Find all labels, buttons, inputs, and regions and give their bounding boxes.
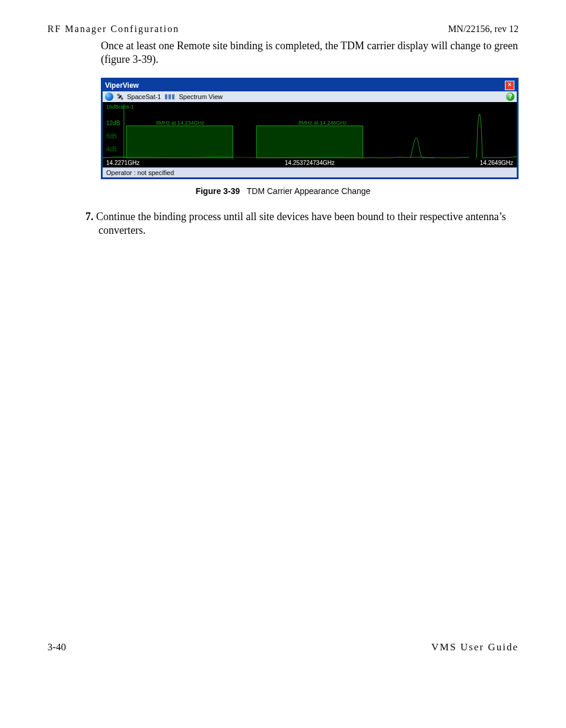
signal-peak-1 [411, 138, 422, 158]
intro-paragraph: Once at least one Remote site binding is… [101, 39, 519, 67]
close-icon[interactable]: × [505, 81, 514, 90]
carrier-1-rect [126, 126, 233, 158]
spectrum-view: 16dBrans-1 12dB 8dB 4dB 8MHz at 14.234GH… [103, 102, 517, 167]
breadcrumb-satellite[interactable]: SpaceSat-1 [127, 93, 161, 100]
carrier-1-label: 8MHz at 14.234GHz [156, 120, 205, 126]
globe-icon[interactable] [105, 93, 113, 101]
freq-center: 14.253724734GHz [285, 160, 335, 166]
help-icon[interactable]: ? [506, 93, 514, 101]
window-title: ViperView [105, 81, 139, 90]
step-number: 7. [85, 211, 94, 222]
y-tick-4db: 4dB [106, 146, 117, 152]
freq-start: 14.2271GHz [106, 160, 139, 166]
viperview-window: ViperView × 🛰 SpaceSat-1 ▮▮▮ Spectrum Vi… [101, 78, 519, 179]
freq-end: 14.2649GHz [480, 160, 513, 166]
page-number: 3-40 [47, 641, 66, 653]
titlebar[interactable]: ViperView × [103, 80, 517, 91]
y-tick-12db: 12dB [106, 120, 120, 126]
step-text: Continue the binding process until all s… [94, 211, 506, 236]
transponder-label: 16dBrans-1 [106, 104, 134, 110]
section-title: RF Manager Configuration [47, 24, 179, 34]
figure-caption-text: TDM Carrier Appearance Change [247, 186, 371, 196]
carrier-2-rect [256, 126, 363, 158]
doc-id: MN/22156, rev 12 [448, 24, 519, 34]
carrier-2-label: 8MHz at 14.246GHz [298, 120, 347, 126]
y-tick-8db: 8dB [106, 133, 117, 139]
figure-label: Figure 3-39 [196, 186, 240, 196]
signal-peak-2 [476, 114, 482, 158]
guide-name: VMS User Guide [431, 641, 519, 653]
figure-caption: Figure 3-39 TDM Carrier Appearance Chang… [47, 186, 519, 196]
status-bar: Operator : not specified [103, 167, 517, 177]
breadcrumb-view[interactable]: Spectrum View [179, 93, 222, 100]
satellite-icon[interactable]: 🛰 [117, 93, 123, 100]
breadcrumb-bar: 🛰 SpaceSat-1 ▮▮▮ Spectrum View ? [103, 91, 517, 102]
bars-icon: ▮▮▮ [164, 93, 175, 100]
spectrum-svg [103, 102, 517, 167]
step-7: 7. Continue the binding process until al… [85, 210, 519, 238]
